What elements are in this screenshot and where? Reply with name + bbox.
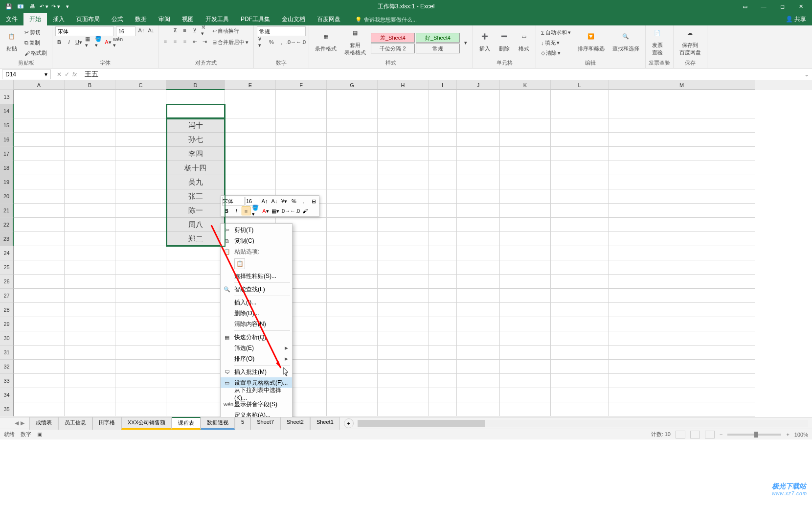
cell-M29[interactable] (609, 317, 755, 331)
menu-item[interactable]: 筛选(E)▶ (221, 343, 292, 353)
cell-M23[interactable] (609, 232, 755, 246)
cell-M32[interactable] (609, 360, 755, 374)
cell-I34[interactable] (429, 388, 457, 402)
cell-E17[interactable] (225, 147, 276, 161)
select-all-corner[interactable] (0, 80, 14, 90)
column-header-F[interactable]: F (276, 80, 327, 90)
cell-K23[interactable] (500, 232, 551, 246)
cell-H25[interactable] (378, 260, 429, 275)
menu-item[interactable]: 排序(O)▶ (221, 353, 292, 364)
cell-J35[interactable] (457, 402, 500, 416)
cell-L34[interactable] (551, 388, 609, 402)
decrease-font-icon[interactable]: A↓ (270, 197, 279, 206)
column-header-A[interactable]: A (14, 80, 65, 90)
sheet-tab[interactable]: 数据透视 (201, 417, 235, 430)
tab-pdf[interactable]: PDF工具集 (235, 13, 276, 25)
cell-F15[interactable] (276, 118, 327, 133)
cell-D35[interactable] (166, 402, 225, 416)
row-header-17[interactable]: 17 (0, 147, 14, 161)
column-header-E[interactable]: E (225, 80, 276, 90)
cell-J18[interactable] (457, 161, 500, 175)
cell-H18[interactable] (378, 161, 429, 175)
cell-K29[interactable] (500, 317, 551, 331)
cell-M17[interactable] (609, 147, 755, 161)
column-header-M[interactable]: M (609, 80, 755, 90)
increase-decimal-icon[interactable]: .0→ (287, 38, 295, 46)
cut-button[interactable]: ✂剪切 (23, 28, 49, 37)
cell-J20[interactable] (457, 189, 500, 204)
cell-C25[interactable] (115, 260, 166, 275)
scrollbar-thumb[interactable] (358, 420, 485, 427)
cell-I31[interactable] (429, 346, 457, 360)
cell-L29[interactable] (551, 317, 609, 331)
decrease-font-icon[interactable]: A↓ (147, 26, 155, 34)
cell-H28[interactable] (378, 303, 429, 317)
cell-I29[interactable] (429, 317, 457, 331)
cell-M35[interactable] (609, 402, 755, 416)
cell-M33[interactable] (609, 374, 755, 388)
cell-C21[interactable] (115, 204, 166, 218)
sheet-nav-prev-icon[interactable]: ◀ (15, 420, 19, 426)
sheet-tab[interactable]: 成绩表 (29, 417, 58, 430)
cell-J16[interactable] (457, 133, 500, 147)
cell-M31[interactable] (609, 346, 755, 360)
cell-D21[interactable]: 陈一 (166, 204, 225, 218)
cell-L17[interactable] (551, 147, 609, 161)
cell-C23[interactable] (115, 232, 166, 246)
menu-item[interactable]: 清除内容(N) (221, 319, 292, 329)
name-box[interactable]: D14 ▾ (2, 69, 51, 79)
bold-icon[interactable]: B (55, 38, 63, 46)
row-header-19[interactable]: 19 (0, 175, 14, 189)
sheet-tab[interactable]: Sheet2 (280, 417, 310, 430)
tab-file[interactable]: 文件 (0, 13, 23, 25)
cell-C30[interactable] (115, 331, 166, 346)
row-header-35[interactable]: 35 (0, 402, 14, 416)
spreadsheet-grid[interactable]: ABCDEFGHIJKLM 1314王五15冯十16孙七17李四18杨十四19吴… (0, 80, 812, 417)
column-header-I[interactable]: I (429, 80, 457, 90)
cell-J32[interactable] (457, 360, 500, 374)
row-header-21[interactable]: 21 (0, 204, 14, 218)
horizontal-scrollbar[interactable] (358, 420, 808, 427)
expand-formula-icon[interactable]: ⌄ (801, 71, 812, 78)
cell-M20[interactable] (609, 189, 755, 204)
cell-I22[interactable] (429, 218, 457, 232)
cell-F13[interactable] (276, 90, 327, 104)
cell-C19[interactable] (115, 175, 166, 189)
tab-pagelayout[interactable]: 页面布局 (70, 13, 106, 25)
cell-C16[interactable] (115, 133, 166, 147)
delete-cells-button[interactable]: ➖删除 (496, 32, 513, 53)
italic-icon[interactable]: I (65, 38, 73, 46)
tab-formulas[interactable]: 公式 (106, 13, 129, 25)
cell-M18[interactable] (609, 161, 755, 175)
cell-B20[interactable] (65, 189, 115, 204)
cell-J24[interactable] (457, 246, 500, 260)
zoom-in-icon[interactable]: + (786, 432, 789, 438)
qat-customize-icon[interactable]: ▾ (63, 1, 72, 11)
cell-H21[interactable] (378, 204, 429, 218)
row-header-28[interactable]: 28 (0, 303, 14, 317)
cell-M14[interactable] (609, 104, 755, 118)
cell-A18[interactable] (14, 161, 65, 175)
cell-J15[interactable] (457, 118, 500, 133)
cell-C31[interactable] (115, 346, 166, 360)
cell-C18[interactable] (115, 161, 166, 175)
minimize-icon[interactable]: ― (756, 1, 771, 11)
cell-C14[interactable] (115, 104, 166, 118)
cell-H16[interactable] (378, 133, 429, 147)
cell-C22[interactable] (115, 218, 166, 232)
row-header-23[interactable]: 23 (0, 232, 14, 246)
cell-H34[interactable] (378, 388, 429, 402)
cell-E13[interactable] (225, 90, 276, 104)
cell-I27[interactable] (429, 289, 457, 303)
tab-home[interactable]: 开始 (23, 13, 47, 25)
menu-item[interactable]: 选择性粘贴(S)... (221, 271, 292, 281)
cell-H14[interactable] (378, 104, 429, 118)
cell-L27[interactable] (551, 289, 609, 303)
row-header-13[interactable]: 13 (0, 90, 14, 104)
cell-D22[interactable]: 周八 (166, 218, 225, 232)
cell-A24[interactable] (14, 246, 65, 260)
cell-A26[interactable] (14, 275, 65, 289)
cell-A19[interactable] (14, 175, 65, 189)
cell-C28[interactable] (115, 303, 166, 317)
cell-J25[interactable] (457, 260, 500, 275)
